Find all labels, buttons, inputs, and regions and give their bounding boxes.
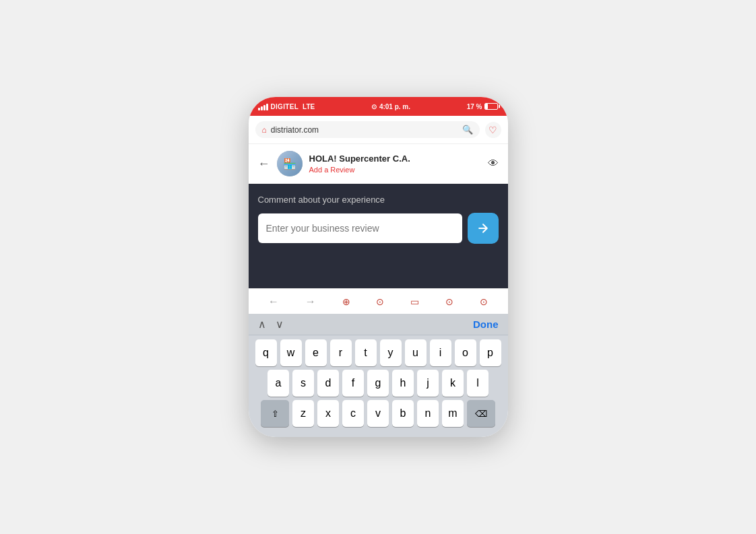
nav-tabs-icon[interactable]: ▭ — [410, 296, 419, 307]
eye-icon[interactable]: 👁 — [488, 158, 499, 170]
key-f[interactable]: f — [342, 370, 364, 397]
url-text: distriator.com — [271, 125, 458, 135]
key-r[interactable]: r — [330, 339, 352, 366]
backspace-key[interactable]: ⌫ — [467, 400, 495, 427]
signal-bars — [258, 102, 268, 110]
key-k[interactable]: k — [442, 370, 464, 397]
key-p[interactable]: p — [480, 339, 501, 366]
arrow-right-icon — [476, 222, 490, 235]
key-e[interactable]: e — [305, 339, 327, 366]
keyboard-row-3: ⇧ z x c v b n m ⌫ — [251, 400, 506, 427]
key-m[interactable]: m — [442, 400, 464, 427]
key-b[interactable]: b — [392, 400, 414, 427]
review-input[interactable] — [258, 213, 462, 243]
key-v[interactable]: v — [367, 400, 389, 427]
carrier-name: DIGITEL — [271, 103, 299, 110]
phone-frame: DIGITEL LTE ⊙ 4:01 p. m. 17 % ⌂ distriat… — [249, 97, 508, 437]
key-s[interactable]: s — [292, 370, 314, 397]
add-review-label: Add a Review — [309, 166, 481, 174]
keyboard-row-2: a s d f g h j k l — [251, 370, 506, 397]
key-u[interactable]: u — [405, 339, 427, 366]
page-header: ← HOLA! Supercenter C.A. Add a Review 👁 — [249, 144, 508, 184]
browser-nav: ← → ⊕ ⊙ ▭ ⊙ ⊙ — [249, 288, 508, 314]
key-c[interactable]: c — [342, 400, 364, 427]
status-time: ⊙ 4:01 p. m. — [371, 103, 410, 110]
nav-more-icon[interactable]: ⊙ — [480, 296, 488, 307]
review-section: Comment about your experience — [249, 184, 508, 255]
keyboard-toolbar: ∧ ∨ Done — [249, 314, 508, 335]
toolbar-nav: ∧ ∨ — [258, 318, 284, 331]
keyboard-row-1: q w e r t y u i o p — [251, 339, 506, 366]
status-bar: DIGITEL LTE ⊙ 4:01 p. m. 17 % — [249, 97, 508, 116]
key-a[interactable]: a — [267, 370, 289, 397]
done-button[interactable]: Done — [473, 319, 499, 330]
key-h[interactable]: h — [392, 370, 414, 397]
key-o[interactable]: o — [455, 339, 476, 366]
key-y[interactable]: y — [380, 339, 402, 366]
keyboard-bottom — [249, 433, 508, 437]
browser-bar: ⌂ distriator.com 🔍 ♡ — [249, 116, 508, 144]
nav-back-icon[interactable]: ← — [268, 296, 279, 308]
key-t[interactable]: t — [355, 339, 377, 366]
battery-icon — [484, 103, 498, 110]
key-d[interactable]: d — [317, 370, 339, 397]
nav-forward-icon[interactable]: → — [305, 296, 316, 308]
nav-menu-icon[interactable]: ⊙ — [445, 296, 453, 307]
key-g[interactable]: g — [367, 370, 389, 397]
key-x[interactable]: x — [317, 400, 339, 427]
bookmark-icon[interactable]: ♡ — [485, 122, 501, 138]
network-type: LTE — [303, 103, 315, 110]
prev-field-button[interactable]: ∧ — [258, 318, 266, 331]
shift-key[interactable]: ⇧ — [261, 400, 289, 427]
status-battery: 17 % — [467, 103, 499, 110]
nav-share-icon[interactable]: ⊕ — [342, 296, 350, 307]
review-input-row — [258, 213, 499, 244]
submit-button[interactable] — [468, 213, 499, 244]
business-info: HOLA! Supercenter C.A. Add a Review — [309, 154, 481, 174]
key-z[interactable]: z — [292, 400, 314, 427]
key-i[interactable]: i — [430, 339, 451, 366]
back-button[interactable]: ← — [258, 157, 270, 171]
key-j[interactable]: j — [417, 370, 439, 397]
key-l[interactable]: l — [467, 370, 489, 397]
next-field-button[interactable]: ∨ — [276, 318, 284, 331]
review-label: Comment about your experience — [258, 195, 499, 205]
key-n[interactable]: n — [417, 400, 439, 427]
status-left: DIGITEL LTE — [258, 102, 315, 110]
search-icon[interactable]: 🔍 — [462, 125, 473, 135]
business-avatar — [277, 151, 303, 176]
url-bar[interactable]: ⌂ distriator.com 🔍 — [255, 121, 480, 138]
key-q[interactable]: q — [255, 339, 277, 366]
key-w[interactable]: w — [280, 339, 302, 366]
keyboard: q w e r t y u i o p a s d f g h j k l ⇧ … — [249, 335, 508, 433]
business-name: HOLA! Supercenter C.A. — [309, 154, 481, 165]
nav-bookmark-icon[interactable]: ⊙ — [376, 296, 384, 307]
dark-area — [249, 255, 508, 288]
url-home-icon: ⌂ — [262, 125, 267, 135]
